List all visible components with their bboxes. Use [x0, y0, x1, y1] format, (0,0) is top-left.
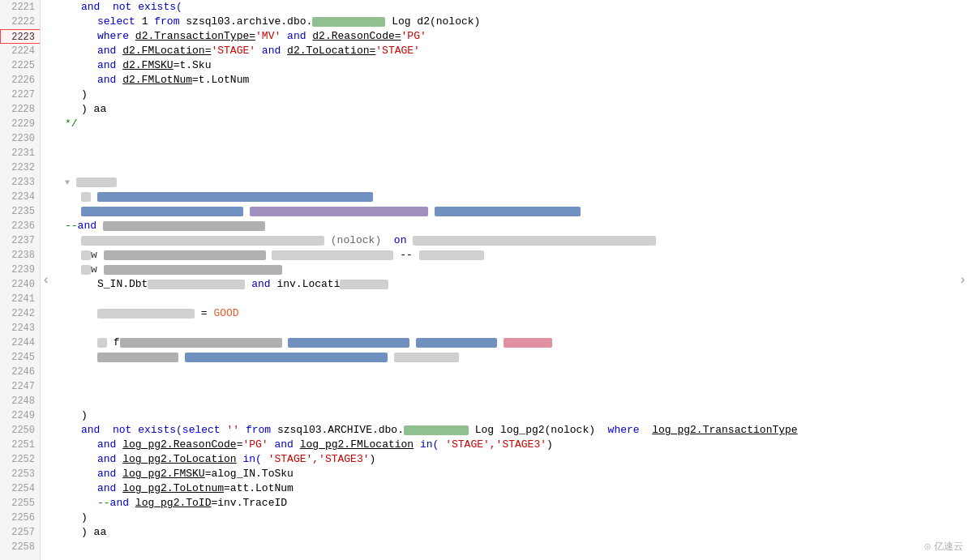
kw-and-2252: and — [97, 453, 116, 465]
blurred-2235c — [435, 207, 581, 216]
blurred-2244a — [97, 338, 107, 348]
kw-in-2251: in( — [420, 438, 439, 451]
code-line-2245 — [49, 350, 973, 365]
kw-and-2250: and — [81, 424, 100, 436]
code-line-2248 — [49, 394, 973, 408]
line-num-2227: 2227 — [0, 88, 40, 102]
code-line-2238: w -- — [49, 248, 973, 263]
line-num-2244: 2244 — [0, 336, 40, 350]
blurred-2237a — [81, 236, 324, 246]
code-line-2237: (nolock) on — [49, 233, 973, 248]
line-num-2223[interactable]: 2223 — [0, 29, 40, 44]
line-num-2240: 2240 — [0, 277, 40, 292]
code-line-2247 — [49, 379, 973, 394]
code-line-2246 — [49, 365, 973, 379]
comment-and-2236: -- — [65, 220, 78, 232]
line-num-2245: 2245 — [0, 350, 40, 365]
close-paren-aa-2257: ) aa — [81, 526, 106, 538]
blurred-2239a — [104, 265, 282, 275]
line-num-2235: 2235 — [0, 204, 40, 219]
kw-on-2237: on — [394, 234, 407, 246]
code-line-2233: ▼ — [49, 175, 973, 190]
kw-where-2250: where — [608, 424, 640, 436]
kw-in-2252: in( — [242, 453, 261, 465]
field-logpg2-transtype-2250: log_pg2.TransactionType — [652, 424, 797, 436]
close-paren-1: ) — [81, 88, 88, 100]
line-num-2233: 2233 — [0, 175, 40, 190]
w-prefix-2238: w — [91, 249, 97, 261]
keyword-and6: and — [97, 74, 116, 86]
code-line-2252: and log_pg2.ToLocation in( 'STAGE','STAG… — [49, 452, 973, 467]
blurred-content-2234 — [97, 192, 373, 202]
keyword-from: from — [154, 15, 179, 28]
keyword-not-exists: not exists( — [113, 1, 182, 13]
keyword-select: select — [97, 15, 135, 28]
keyword-and2: and — [287, 30, 306, 42]
code-line-2258 — [49, 540, 973, 554]
field-d2-fmsku: d2.FMSKU — [122, 59, 173, 71]
code-line-2224: and d2.FMLocation='STAGE' and d2.ToLocat… — [49, 44, 973, 58]
code-line-2249: ) — [49, 408, 973, 423]
field-logpg2-tolotnum-2254: log_pg2.ToLotnum — [122, 482, 224, 494]
code-line-2223: where d2.TransactionType='MV' and d2.Rea… — [49, 29, 973, 44]
close-paren-2249: ) — [81, 409, 88, 421]
line-num-2239: 2239 — [0, 263, 40, 277]
line-num-2228: 2228 — [0, 102, 40, 117]
str-mv: 'MV' — [255, 30, 281, 42]
field-d2-fmlotnum: d2.FMLotNum — [122, 74, 192, 86]
line-num-2231: 2231 — [0, 146, 40, 160]
line-num-2237: 2237 — [0, 233, 40, 248]
code-line-2239: w — [49, 263, 973, 277]
line-num-2241: 2241 — [0, 292, 40, 306]
blurred-2244b — [120, 338, 282, 348]
blurred-table-2250 — [404, 425, 469, 435]
str-pg: 'PG' — [401, 30, 426, 42]
blurred-2235b — [250, 207, 428, 216]
blurred-2244e — [504, 338, 552, 348]
field-d2-transtype: d2.TransactionType= — [135, 30, 255, 42]
kw-and-2254: and — [97, 482, 116, 494]
code-line-2232 — [49, 160, 973, 175]
scroll-right-arrow[interactable]: › — [958, 273, 967, 288]
kw-and2-2251: and — [275, 438, 294, 451]
line-num-2247: 2247 — [0, 379, 40, 394]
keyword-and: and — [81, 1, 100, 13]
blurred-2238a — [104, 250, 266, 260]
code-line-2228: ) aa — [49, 102, 973, 117]
code-line-2257: ) aa — [49, 525, 973, 540]
blurred-2236 — [103, 221, 265, 231]
line-num-2254: 2254 — [0, 481, 40, 496]
line-num-2253: 2253 — [0, 467, 40, 481]
code-content: and not exists( select 1 from szsql03.ar… — [41, 0, 973, 560]
collapse-icon-2233[interactable]: ▼ — [65, 178, 70, 187]
keyword-and4: and — [262, 45, 281, 57]
watermark-logo: ⊙ 亿速云 — [924, 540, 963, 554]
line-num-2225: 2225 — [0, 58, 40, 73]
line-num-2238: 2238 — [0, 248, 40, 263]
kw-and-2255: and — [110, 497, 129, 509]
line-num-2226: 2226 — [0, 73, 40, 88]
code-line-2256: ) — [49, 511, 973, 525]
line-num-2221: 2221 — [0, 0, 40, 15]
kw-and-2240: and — [251, 278, 270, 290]
code-line-2225: and d2.FMSKU=t.Sku — [49, 58, 973, 73]
str-pg-2251: 'PG' — [242, 438, 268, 451]
line-num-2256: 2256 — [0, 511, 40, 525]
code-line-2243 — [49, 321, 973, 336]
line-num-2229: 2229 — [0, 117, 40, 131]
code-line-2226: and d2.FMLotNum=t.LotNum — [49, 73, 973, 88]
code-line-2251: and log_pg2.ReasonCode='PG' and log_pg2.… — [49, 438, 973, 452]
scroll-left-arrow[interactable]: ‹ — [42, 273, 50, 288]
blurred-2245a — [97, 353, 178, 362]
line-num-2258: 2258 — [0, 540, 40, 554]
line-num-2242: 2242 — [0, 306, 40, 321]
field-logpg2-toid-2255: log_pg2.ToID — [135, 497, 212, 509]
blurred-dot-2234 — [81, 192, 91, 202]
kw-select-2250: select — [182, 424, 221, 436]
str-stage1: 'STAGE' — [211, 45, 255, 57]
nolock-on-2237: (nolock) — [331, 234, 381, 246]
str-empty-2250: '' — [226, 424, 239, 436]
kw-and-2251: and — [97, 438, 116, 451]
good-value-2242: GOOD — [213, 307, 238, 319]
str-stage-2252: 'STAGE','STAGE3' — [268, 453, 370, 465]
